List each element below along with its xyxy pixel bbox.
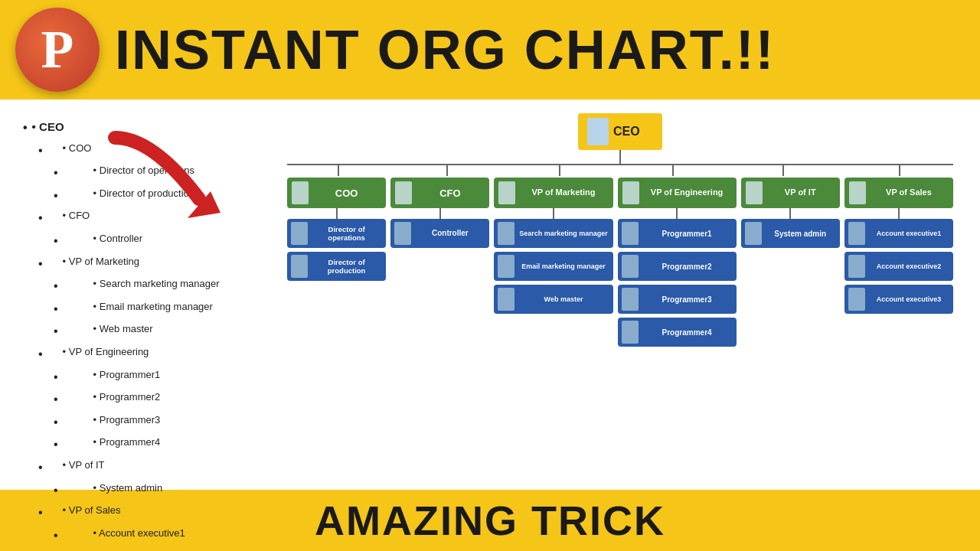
ae3-avatar xyxy=(848,288,865,311)
emm-avatar xyxy=(498,255,514,278)
vps-node: VP of Sales xyxy=(844,178,953,208)
vpit-reports: System admin xyxy=(741,219,840,248)
vpe-reports: Programmer1 Programmer2 Programmer3 xyxy=(618,219,737,347)
ae1-avatar xyxy=(848,222,865,245)
ceo-label: CEO xyxy=(613,125,640,139)
sysadmin-label: System admin xyxy=(765,230,836,238)
ae3-node: Account executive3 xyxy=(844,285,953,314)
vpe-label: VP of Engineering xyxy=(642,187,732,197)
list-item: • Programmer4 xyxy=(23,435,245,455)
vpit-node: VP of IT xyxy=(741,178,840,208)
ceo-node: CEO xyxy=(578,113,662,150)
vps-col: VP of Sales Account executive1 Account e… xyxy=(844,178,953,314)
emm-node: Email marketing manager xyxy=(494,252,612,281)
prog3-node: Programmer3 xyxy=(618,285,737,314)
prog1-label: Programmer1 xyxy=(642,230,733,238)
vpm-label: VP of Marketing xyxy=(518,187,608,197)
tick-vpit xyxy=(782,164,784,176)
prog4-node: Programmer4 xyxy=(618,318,737,347)
list-item: • Account executive2 xyxy=(23,548,245,551)
emm-label: Email marketing manager xyxy=(518,262,609,271)
webmaster-node: Web master xyxy=(494,285,612,314)
ae1-label: Account executive1 xyxy=(868,230,949,238)
ae1-node: Account executive1 xyxy=(844,219,953,248)
list-item: • VP of IT xyxy=(23,458,245,478)
prog4-label: Programmer4 xyxy=(642,328,733,337)
dir-prod-avatar xyxy=(291,255,308,278)
vpm-reports: Search marketing manager Email marketing… xyxy=(494,219,612,314)
content-area: • CEO • COO • Director of operations • D… xyxy=(0,99,980,490)
list-item: • System admin xyxy=(23,481,245,500)
cfo-avatar xyxy=(395,181,412,204)
list-item: • VP of Marketing xyxy=(23,254,245,274)
vps-reports: Account executive1 Account executive2 Ac… xyxy=(844,219,953,314)
vline-cfo xyxy=(439,208,441,219)
prog3-label: Programmer3 xyxy=(642,295,733,304)
smm-avatar xyxy=(498,222,514,245)
banner-title: INSTANT ORG CHART.!! xyxy=(115,18,776,81)
vpe-col: VP of Engineering Programmer1 Programmer… xyxy=(618,178,737,347)
coo-reports: Director of operations Director of produ… xyxy=(287,219,386,281)
cfo-col: CFO Controller xyxy=(390,178,489,248)
dir-ops-avatar xyxy=(291,222,308,245)
webmaster-label: Web master xyxy=(518,295,609,304)
vline-coo xyxy=(336,208,338,219)
vpit-avatar xyxy=(746,181,763,204)
sysadmin-node: System admin xyxy=(741,219,840,248)
cfo-node: CFO xyxy=(390,178,489,208)
cfo-reports: Controller xyxy=(390,219,489,248)
ceo-avatar xyxy=(587,118,609,145)
vline-vpit xyxy=(789,208,791,219)
controller-label: Controller xyxy=(414,229,485,238)
prog4-avatar xyxy=(622,321,639,344)
sysadmin-avatar xyxy=(745,222,762,245)
vpm-col: VP of Marketing Search marketing manager… xyxy=(494,178,612,314)
list-item: • Account executive1 xyxy=(23,526,245,546)
dir-prod-label: Director of production xyxy=(311,258,382,276)
list-item: • Web master xyxy=(23,321,245,341)
tick-vps xyxy=(899,164,900,176)
red-arrow xyxy=(107,130,276,222)
list-item: • Controller xyxy=(23,231,245,251)
vline-vps xyxy=(898,208,900,219)
coo-avatar xyxy=(292,181,309,204)
prog2-label: Programmer2 xyxy=(642,262,733,271)
tick-vpe xyxy=(672,164,674,176)
top-banner: P INSTANT ORG CHART.!! xyxy=(0,0,980,99)
vpm-node: VP of Marketing xyxy=(494,178,612,208)
vline-vpm xyxy=(553,208,554,219)
logo-letter: P xyxy=(41,23,74,77)
vline-ceo xyxy=(619,150,621,164)
left-panel: • CEO • COO • Director of operations • D… xyxy=(0,99,260,490)
ae3-label: Account executive3 xyxy=(868,295,949,304)
coo-label: COO xyxy=(312,187,381,199)
vpm-avatar xyxy=(498,181,515,204)
prog2-node: Programmer2 xyxy=(618,252,737,281)
prog3-avatar xyxy=(622,288,639,311)
list-item: • Email marketing manager xyxy=(23,299,245,319)
vline-vpe xyxy=(676,208,678,219)
list-item: • Programmer1 xyxy=(23,367,245,387)
prog1-node: Programmer1 xyxy=(618,219,737,248)
prog2-avatar xyxy=(622,255,639,278)
vp-row: COO Director of operations Director of p… xyxy=(287,178,953,347)
coo-node: COO xyxy=(287,178,386,208)
list-item: • VP of Engineering xyxy=(23,344,245,364)
list-item: • Search marketing manager xyxy=(23,276,245,296)
vps-avatar xyxy=(849,181,866,204)
list-item: • VP of Sales xyxy=(23,503,245,523)
controller-avatar xyxy=(394,222,411,245)
vpit-label: VP of IT xyxy=(766,187,835,197)
list-item: • Programmer2 xyxy=(23,390,245,409)
tick-vpm xyxy=(559,164,560,176)
vpe-avatar xyxy=(622,181,639,204)
hline-vps xyxy=(287,164,953,165)
smm-label: Search marketing manager xyxy=(518,230,609,238)
powerpoint-logo: P xyxy=(15,8,100,92)
dir-ops-node: Director of operations xyxy=(287,219,386,248)
webmaster-avatar xyxy=(498,288,514,311)
dir-prod-node: Director of production xyxy=(287,252,386,281)
vpit-col: VP of IT System admin xyxy=(741,178,840,248)
dir-ops-label: Director of operations xyxy=(311,225,382,243)
list-item: • Programmer3 xyxy=(23,412,245,432)
